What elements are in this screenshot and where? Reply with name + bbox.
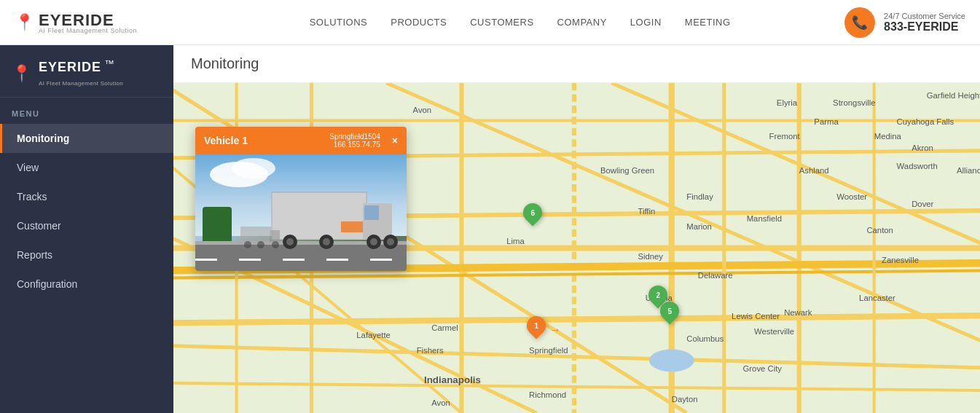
svg-point-78	[244, 241, 251, 248]
nav-products[interactable]: PRODUCTS	[391, 17, 447, 28]
sidebar-item-view-label: View	[17, 162, 39, 173]
sidebar-item-customer-label: Customer	[17, 220, 61, 232]
svg-text:Parma: Parma	[814, 117, 839, 126]
marker-5[interactable]: 5	[660, 302, 679, 320]
svg-point-23	[649, 349, 694, 371]
sidebar-item-configuration-label: Configuration	[17, 278, 77, 290]
nav-company[interactable]: COMPANY	[557, 17, 607, 28]
marker-1[interactable]: 1	[527, 316, 546, 335]
sidebar-logo-text: EYERIDE	[39, 60, 101, 74]
marker-6-number: 6	[530, 209, 535, 217]
svg-text:Westerville: Westerville	[754, 327, 794, 336]
svg-text:Carmel: Carmel	[431, 323, 458, 332]
svg-text:Dover: Dover	[912, 200, 933, 208]
nav-right: 📞 24/7 Customer Service 833-EYERIDE	[844, 7, 965, 38]
marker-1-circle: 1	[523, 312, 550, 339]
sidebar: 📍 EYERIDE ™ AI Fleet Management Solution…	[0, 45, 173, 413]
svg-text:Avon: Avon	[413, 106, 432, 114]
truck-svg	[268, 185, 399, 251]
marker-1-number: 1	[534, 322, 538, 330]
logo-tagline: AI Fleet Management Solution	[39, 27, 137, 34]
marker-2-number: 2	[656, 291, 660, 299]
sidebar-item-monitoring-label: Monitoring	[17, 133, 69, 144]
popup-image	[195, 154, 407, 271]
svg-text:Findlay: Findlay	[686, 192, 713, 201]
svg-text:Akron: Akron	[912, 143, 933, 152]
sidebar-menu: Monitoring View Tracks Customer Reports …	[0, 124, 173, 299]
svg-text:Springfield: Springfield	[529, 346, 568, 355]
main-layout: 📍 EYERIDE ™ AI Fleet Management Solution…	[0, 45, 980, 413]
svg-rect-76	[240, 227, 271, 243]
nav-login[interactable]: LOGIN	[630, 17, 662, 28]
menu-label: MENU	[0, 98, 173, 124]
svg-text:Indianapolis: Indianapolis	[424, 374, 481, 385]
sidebar-item-configuration[interactable]: Configuration	[0, 270, 173, 299]
nav-meeting[interactable]: MEETING	[685, 17, 731, 28]
sidebar-logo: 📍 EYERIDE ™ AI Fleet Management Solution	[0, 45, 173, 98]
svg-text:Ashland: Ashland	[799, 166, 829, 175]
logo-pin-icon: 📍	[15, 13, 34, 32]
popup-location: Springfield1504 166.155.74.75	[329, 133, 380, 149]
sidebar-item-tracks[interactable]: Tracks	[0, 182, 173, 211]
phone-symbol: 📞	[852, 15, 868, 31]
svg-rect-77	[270, 230, 280, 243]
svg-text:Columbus: Columbus	[686, 334, 724, 343]
popup-location-name: Springfield1504	[329, 133, 380, 141]
marker-1-direction-arrow: →	[549, 323, 561, 337]
map-container[interactable]: Indianapolis Columbus Dayton Richmond Si…	[173, 83, 980, 413]
nav-customers[interactable]: CUSTOMERS	[470, 17, 533, 28]
phone-number: 833-EYERIDE	[884, 20, 965, 34]
svg-text:Lewis Center: Lewis Center	[732, 312, 780, 320]
logo[interactable]: 📍 EYERIDE AI Fleet Management Solution	[15, 11, 137, 34]
svg-text:Sidney: Sidney	[638, 252, 663, 261]
sidebar-pin-icon: 📍	[12, 64, 31, 83]
marker-5-number: 5	[667, 307, 672, 315]
svg-text:Fremont: Fremont	[769, 132, 801, 141]
popup-header: Vehicle 1 Springfield1504 166.155.74.75 …	[195, 127, 407, 154]
cloud-2	[232, 158, 275, 178]
phone-icon[interactable]: 📞	[844, 7, 875, 38]
marker-6[interactable]: 6	[523, 203, 542, 222]
sidebar-item-reports[interactable]: Reports	[0, 240, 173, 270]
svg-point-75	[387, 238, 394, 245]
sidebar-tagline: AI Fleet Management Solution	[39, 80, 123, 87]
svg-text:Bowling Green: Bowling Green	[600, 166, 654, 175]
svg-text:Richmond: Richmond	[529, 390, 566, 399]
svg-text:Fishers: Fishers	[417, 346, 444, 355]
phone-info: 24/7 Customer Service 833-EYERIDE	[884, 12, 965, 34]
logo-text: EYERIDE	[39, 11, 114, 29]
svg-text:Wadsworth: Wadsworth	[897, 162, 938, 170]
svg-rect-67	[341, 221, 363, 232]
svg-text:Delaware: Delaware	[698, 271, 733, 280]
road-marking	[195, 259, 407, 261]
popup-vehicle-title: Vehicle 1	[204, 135, 248, 146]
top-navigation: 📍 EYERIDE AI Fleet Management Solution S…	[0, 0, 980, 45]
popup-close-button[interactable]: ×	[392, 135, 398, 146]
svg-text:Lafayette: Lafayette	[356, 331, 391, 339]
svg-point-79	[257, 241, 264, 248]
svg-text:Zanesville: Zanesville	[882, 256, 919, 264]
sidebar-item-monitoring[interactable]: Monitoring	[0, 124, 173, 153]
sidebar-item-customer[interactable]: Customer	[0, 211, 173, 240]
svg-text:Dayton: Dayton	[672, 395, 698, 404]
svg-text:Marion: Marion	[686, 222, 712, 231]
content-area: Monitoring	[173, 45, 980, 413]
svg-text:Avon: Avon	[431, 398, 450, 407]
svg-point-69	[286, 238, 294, 245]
svg-text:Mansfield: Mansfield	[747, 214, 782, 223]
svg-text:Garfield Heights: Garfield Heights	[927, 91, 980, 100]
marker-5-circle: 5	[656, 298, 683, 325]
svg-text:Strongsville: Strongsville	[833, 98, 875, 107]
svg-text:Grove City: Grove City	[743, 364, 783, 373]
svg-text:Tiffin: Tiffin	[638, 207, 655, 216]
sidebar-item-view[interactable]: View	[0, 153, 173, 182]
phone-service-label: 24/7 Customer Service	[884, 12, 965, 20]
nav-links: SOLUTIONS PRODUCTS CUSTOMERS COMPANY LOG…	[195, 17, 844, 28]
svg-point-80	[272, 241, 279, 248]
svg-text:Wooster: Wooster	[836, 192, 867, 201]
svg-rect-66	[364, 205, 379, 220]
bg-truck-svg	[239, 224, 283, 249]
popup-coordinates: 166.155.74.75	[329, 141, 380, 149]
sidebar-item-reports-label: Reports	[17, 249, 52, 261]
nav-solutions[interactable]: SOLUTIONS	[310, 17, 368, 28]
